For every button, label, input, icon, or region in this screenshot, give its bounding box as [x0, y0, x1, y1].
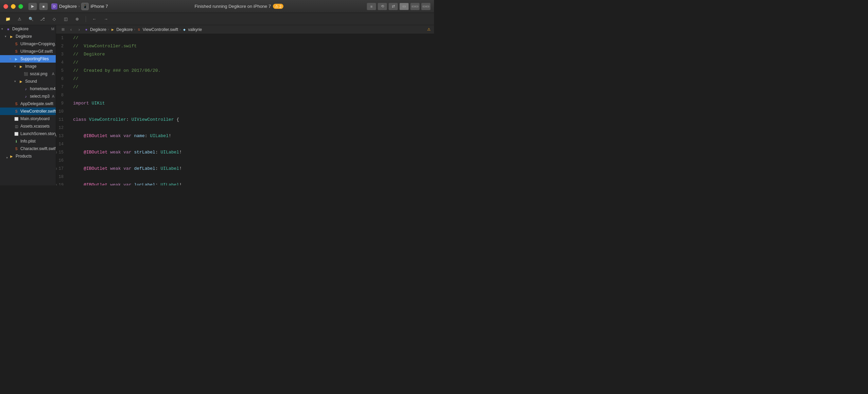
code-line-3: // Degikore [73, 50, 434, 59]
nav-group-supporting[interactable]: ▾ ▶ SupportingFiles [0, 55, 56, 63]
xcassets-icon: ◫ [14, 124, 19, 129]
nav-group-image[interactable]: ▾ ▶ Image [0, 63, 56, 70]
nav-back-button[interactable]: ‹ [68, 26, 74, 33]
code-area: ⊞ ‹ › ■ Degikore › ▶ Degikore › S ViewCo… [56, 25, 434, 185]
nav-item-label: UIImage+Cropping.swift [20, 42, 56, 46]
nav-file-sozai[interactable]: ⬛ sozai.png A [0, 70, 56, 78]
code-line-19: @IBOutlet weak var lucLabel: UILabel! [73, 181, 434, 185]
code-line-18 [73, 173, 434, 181]
stop-button[interactable]: ■ [39, 3, 48, 10]
nav-file-uiimage-gif[interactable]: S UIImage+Gif.swift [0, 48, 56, 55]
nav-file-appdelegate[interactable]: S AppDelegate.swift [0, 100, 56, 108]
project-selector[interactable]: D Degikore › 📱 iPhone 7 [51, 3, 108, 10]
nav-item-label: AppDelegate.swift [20, 101, 53, 106]
secondary-toolbar: 📁 ⚠ 🔍 ⎇ ◇ ◫ ⊕ ← → [0, 13, 434, 25]
nav-item-label: Info.plist [20, 139, 36, 144]
line-num-12: 12 [56, 124, 66, 132]
debug-icon[interactable]: ⊕ [73, 15, 82, 23]
warning-count: 2 [279, 4, 281, 9]
nav-file-infoplist[interactable]: ℹ Info.plist [0, 137, 56, 145]
nav-root-label: Degikore [12, 27, 29, 31]
nav-root[interactable]: ▾ ■ Degikore M [0, 25, 56, 33]
file-navigator: ▾ ■ Degikore M ▾ ▶ Degikore S UIImage+Cr… [0, 25, 56, 185]
titlebar: ▶ ■ D Degikore › 📱 iPhone 7 Finished run… [0, 0, 434, 13]
plist-icon: ℹ [14, 138, 19, 144]
code-line-2: // ViewController.swift [73, 42, 434, 50]
nav-group-sound[interactable]: ▾ ▶ Sound [0, 78, 56, 85]
breadcrumb-symbol[interactable]: ◆ valkyrie [182, 27, 202, 32]
breadcrumb-file[interactable]: S ViewController.swift [137, 27, 178, 32]
expand-arrow: ▾ [14, 80, 18, 83]
nav-item-label: Main.storyboard [20, 116, 50, 121]
inspector-button[interactable]: ⟲ [378, 3, 387, 10]
nav-file-character[interactable]: S Character.swift.swift [0, 145, 56, 152]
nav-forward-button[interactable]: › [76, 26, 83, 33]
expand-arrow: ▾ [10, 57, 14, 61]
png-icon: ⬛ [23, 71, 29, 77]
line-num-13: 13 [56, 132, 66, 140]
nav-file-assets[interactable]: ◫ Assets.xcassets [0, 122, 56, 130]
maximize-button[interactable] [18, 4, 23, 9]
code-editor[interactable]: 1 2 3 4 5 6 7 8 9 10 11 12 13 14 15 [56, 34, 434, 185]
audio-icon: ♪ [23, 94, 29, 99]
breadcrumb-sep1: › [108, 28, 109, 31]
device-icon: 📱 [81, 3, 89, 10]
line-num-1: 1 [56, 34, 66, 42]
code-line-1: // [73, 34, 434, 42]
nav-layout-button[interactable]: ≡ [367, 3, 376, 10]
nav-file-launchscreen[interactable]: ⬜ LaunchScreen.storyboard [0, 130, 56, 137]
breadcrumb-folder-label: Degikore [116, 27, 133, 32]
report-icon[interactable]: ◫ [61, 15, 70, 23]
back-button[interactable]: ← [90, 15, 99, 23]
code-line-4: // [73, 59, 434, 67]
breadcrumb-folder[interactable]: ▶ Degikore [110, 27, 133, 32]
nav-item-label: ViewController.swift [20, 109, 56, 114]
nav-file-viewcontroller[interactable]: S ViewController.swift [0, 108, 56, 115]
line-num-19: 19 [56, 181, 66, 185]
breadcrumb-project-label: Degikore [90, 27, 106, 32]
breakpoint-circle [56, 151, 57, 154]
code-line-17: @IBOutlet weak var defLabel: UILabel! [73, 165, 434, 173]
nav-file-hometown[interactable]: ♪ hometown.m4a A [0, 85, 56, 93]
breadcrumb-project[interactable]: ■ Degikore [84, 27, 106, 32]
code-content[interactable]: // // ViewController.swift // Degikore /… [70, 34, 434, 185]
badge-a: A [52, 72, 54, 76]
single-editor-button[interactable]: ▭ [399, 3, 409, 10]
run-button[interactable]: ▶ [28, 3, 37, 10]
folder-icon: ▶ [9, 153, 14, 159]
code-line-7: // [73, 83, 434, 91]
nav-file-main-storyboard[interactable]: ⬜ Main.storyboard [0, 115, 56, 122]
breakpoints-icon[interactable]: ◇ [50, 15, 58, 23]
close-button[interactable] [3, 4, 8, 9]
nav-item-label: hometown.m4a [30, 86, 56, 91]
breakpoint-circle [56, 134, 57, 138]
traffic-lights [3, 4, 23, 9]
nav-group-products[interactable]: ▸ ▶ Products [0, 152, 56, 160]
minimize-button[interactable] [11, 4, 16, 9]
line-num-4: 4 [56, 59, 66, 67]
issues-icon[interactable]: ⚠ [15, 15, 24, 23]
breadcrumb-sep2: › [134, 28, 135, 31]
scm-icon[interactable]: ⎇ [38, 15, 47, 23]
grid-button[interactable]: ⊞ [59, 26, 66, 33]
folder-icon: ▶ [18, 64, 24, 69]
code-line-13: @IBOutlet weak var name: UILabel! [73, 132, 434, 140]
line-numbers: 1 2 3 4 5 6 7 8 9 10 11 12 13 14 15 [56, 34, 70, 185]
split-editor-button[interactable]: ▭▭ [410, 3, 420, 10]
nav-file-uiimage-cropping[interactable]: S UIImage+Cropping.swift [0, 40, 56, 48]
nav-group-degikore[interactable]: ▾ ▶ Degikore [0, 33, 56, 40]
nav-file-select[interactable]: ♪ select.mp3 A [0, 93, 56, 100]
code-line-9: import UIKit [73, 99, 434, 108]
line-num-5: 5 [56, 67, 66, 75]
code-line-11: class ViewController: UIViewController { [73, 116, 434, 124]
folder-icon[interactable]: 📁 [3, 15, 12, 23]
code-line-12 [73, 124, 434, 132]
nav-item-label: Degikore [16, 34, 32, 39]
forward-button[interactable]: → [102, 15, 110, 23]
breakpoint-circle [56, 183, 57, 185]
search-icon[interactable]: 🔍 [27, 15, 35, 23]
modified-badge: M [51, 27, 54, 31]
prev-next-button[interactable]: ⇄ [388, 3, 398, 10]
assistant-button[interactable]: ▭▭ [421, 3, 431, 10]
code-line-14 [73, 140, 434, 148]
